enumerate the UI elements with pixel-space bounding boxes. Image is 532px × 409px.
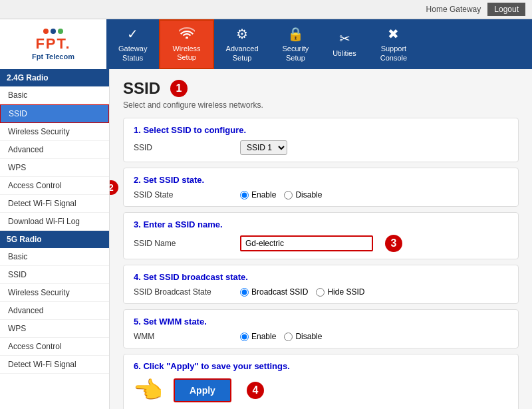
nav-security-setup[interactable]: 🔒 SecuritySetup (271, 19, 321, 69)
sidebar-item-basic-5g[interactable]: Basic (0, 248, 109, 266)
wireless-setup-icon (179, 27, 195, 42)
sidebar-header-5g: 5G Radio (0, 231, 109, 248)
broadcast-row: SSID Broadcast State Broadcast SSID Hide… (134, 287, 508, 297)
top-bar: Home Gateway Logout (0, 0, 532, 19)
sidebar-item-basic-2g[interactable]: Basic (0, 86, 109, 104)
section-ssid-state: 2 2. Set SSID state. SSID State Enable D… (123, 168, 519, 207)
wmm-row: WMM Enable Disable (134, 332, 508, 341)
hide-ssid-radio[interactable] (316, 288, 325, 297)
logo-dots (43, 29, 63, 34)
ssid-select-row: SSID SSID 1 SSID 2 SSID 3 SSID 4 (134, 140, 508, 155)
ssid-state-disable-label[interactable]: Disable (284, 190, 322, 200)
main-layout: 2.4G Radio Basic SSID Wireless Security … (0, 69, 532, 409)
home-gateway-text: Home Gateway (426, 5, 481, 14)
support-console-icon: ✖ (388, 26, 399, 42)
broadcast-label: SSID Broadcast State (134, 287, 233, 297)
sidebar-item-wireless-security-2g[interactable]: Wireless Security (0, 123, 109, 141)
wmm-radio-group: Enable Disable (240, 332, 322, 341)
ssid-state-radio-group: Enable Disable (240, 190, 322, 200)
sidebar-item-advanced-2g[interactable]: Advanced (0, 141, 109, 159)
wmm-enable-radio[interactable] (240, 333, 249, 341)
section-ssid-state-title: 2. Set SSID state. (134, 175, 508, 185)
sidebar-item-advanced-5g[interactable]: Advanced (0, 302, 109, 320)
sidebar-item-ssid-5g[interactable]: SSID (0, 266, 109, 284)
content-area: SSID 1 Select and configure wireless net… (110, 69, 532, 409)
section-ssid-name-title: 3. Enter a SSID name. (134, 219, 508, 229)
nav-wireless-setup[interactable]: WirelessSetup (159, 19, 213, 69)
step4-badge: 4 (247, 382, 264, 399)
ssid-state-enable-radio[interactable] (240, 191, 249, 200)
sidebar-item-wps-2g[interactable]: WPS (0, 159, 109, 177)
broadcast-ssid-label[interactable]: Broadcast SSID (240, 287, 308, 297)
wmm-enable-label[interactable]: Enable (240, 332, 276, 341)
hand-pointer-icon: 👉 (134, 376, 164, 404)
sidebar-item-detect-wifi-5g[interactable]: Detect Wi-Fi Signal (0, 356, 109, 374)
step3-badge: 3 (385, 235, 402, 252)
sidebar-item-wireless-security-5g[interactable]: Wireless Security (0, 284, 109, 302)
ssid-state-label: SSID State (134, 190, 233, 200)
ssid-name-input[interactable] (240, 235, 373, 251)
sidebar-item-download-log-2g[interactable]: Download Wi-Fi Log (0, 213, 109, 231)
sidebar: 2.4G Radio Basic SSID Wireless Security … (0, 69, 110, 409)
logout-button[interactable]: Logout (487, 3, 525, 16)
wmm-disable-label[interactable]: Disable (284, 332, 322, 341)
sidebar-item-wps-5g[interactable]: WPS (0, 320, 109, 338)
step2-badge: 2 (110, 180, 118, 195)
svg-point-0 (186, 37, 188, 39)
ssid-select-label: SSID (134, 143, 233, 152)
logo-text: FPT. (35, 35, 70, 53)
section-ssid-name: 3. Enter a SSID name. SSID Name 3 (123, 212, 519, 259)
wmm-label: WMM (134, 332, 233, 341)
wmm-disable-radio[interactable] (284, 333, 293, 341)
header: FPT. Fpt Telecom ✓ GatewayStatus Wireles… (0, 19, 532, 69)
nav-utilities[interactable]: ✂ Utilities (321, 19, 368, 69)
security-setup-icon: 🔒 (287, 26, 304, 42)
advanced-setup-icon: ⚙ (236, 26, 248, 42)
sidebar-item-ssid-2g[interactable]: SSID (0, 104, 109, 123)
step1-badge: 1 (170, 80, 188, 97)
page-title: SSID (123, 79, 160, 98)
ssid-state-row: SSID State Enable Disable (134, 190, 508, 200)
nav-items: ✓ GatewayStatus WirelessSetup ⚙ Advanced… (106, 19, 532, 69)
nav-support-console[interactable]: ✖ SupportConsole (368, 19, 419, 69)
section-broadcast-state: 4. Set SSID broadcast state. SSID Broadc… (123, 265, 519, 304)
apply-button[interactable]: Apply (174, 378, 231, 402)
logo-dot-green (58, 29, 63, 34)
utilities-icon: ✂ (339, 31, 350, 47)
section-wmm: 5. Set WMM state. WMM Enable Disable (123, 309, 519, 348)
page-title-row: SSID 1 (123, 79, 519, 98)
ssid-state-enable-label[interactable]: Enable (240, 190, 276, 200)
section-broadcast-title: 4. Set SSID broadcast state. (134, 272, 508, 282)
section-select-ssid: 1. Select SSID to configure. SSID SSID 1… (123, 118, 519, 162)
section-apply: 6. Click "Apply" to save your settings. … (123, 354, 519, 409)
ssid-select[interactable]: SSID 1 SSID 2 SSID 3 SSID 4 (240, 140, 287, 155)
broadcast-ssid-radio[interactable] (240, 288, 249, 297)
sidebar-item-detect-wifi-2g[interactable]: Detect Wi-Fi Signal (0, 195, 109, 213)
nav-gateway-status[interactable]: ✓ GatewayStatus (106, 19, 159, 69)
section-select-ssid-title: 1. Select SSID to configure. (134, 125, 508, 135)
logo-subtitle: Fpt Telecom (32, 53, 74, 61)
ssid-name-row: SSID Name 3 (134, 235, 508, 252)
page-subtitle: Select and configure wireless networks. (123, 100, 519, 110)
logo-dot-red (43, 29, 49, 34)
sidebar-item-access-control-2g[interactable]: Access Control (0, 177, 109, 195)
logo-dot-blue (51, 29, 56, 34)
section-wmm-title: 5. Set WMM state. (134, 317, 508, 327)
sidebar-item-access-control-5g[interactable]: Access Control (0, 338, 109, 356)
nav-advanced-setup[interactable]: ⚙ AdvancedSetup (214, 19, 271, 69)
section-apply-title: 6. Click "Apply" to save your settings. (134, 361, 508, 371)
gateway-status-icon: ✓ (127, 26, 138, 42)
ssid-name-label: SSID Name (134, 239, 233, 248)
ssid-state-disable-radio[interactable] (284, 191, 293, 200)
broadcast-radio-group: Broadcast SSID Hide SSID (240, 287, 364, 297)
apply-row: 👉 Apply 4 (134, 376, 508, 404)
hide-ssid-label[interactable]: Hide SSID (316, 287, 364, 297)
sidebar-header-2g: 2.4G Radio (0, 69, 109, 86)
logo-area: FPT. Fpt Telecom (0, 19, 106, 69)
